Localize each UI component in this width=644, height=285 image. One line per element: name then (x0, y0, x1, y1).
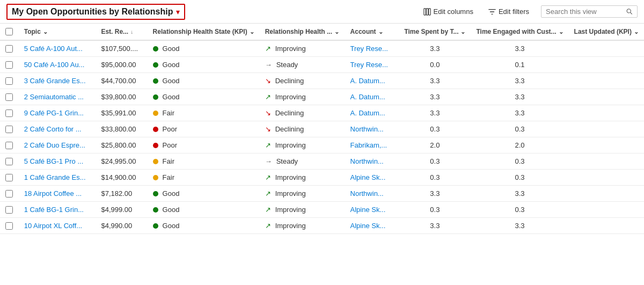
account-link[interactable]: Northwin... (350, 125, 384, 133)
account-link[interactable]: A. Datum... (350, 109, 385, 117)
th-health-state-filter-icon: ⌄ (250, 28, 254, 35)
row-health-state: Fair (148, 154, 260, 170)
row-last-updated (569, 186, 644, 202)
row-last-updated (569, 57, 644, 73)
topic-link[interactable]: 5 Café BG-1 Pro ... (24, 157, 84, 165)
page-title: My Open Opportunities by Relationship (12, 7, 173, 17)
account-link[interactable]: Northwin... (350, 189, 384, 198)
row-est: $33,800.00 (96, 121, 147, 137)
table-row: 18 Airpot Coffee ... $7,182.00 Good ↗ Im… (0, 186, 644, 202)
th-account[interactable]: Account ⌄ (345, 24, 399, 40)
row-time-engaged: 3.3 (471, 89, 568, 105)
th-topic[interactable]: Topic ⌄ (19, 24, 96, 40)
topic-link[interactable]: 9 Café PG-1 Grin... (24, 109, 84, 117)
row-last-updated (569, 105, 644, 121)
row-checkbox[interactable] (5, 126, 13, 133)
row-time-engaged: 3.3 (471, 218, 568, 234)
row-est: $25,800.00 (96, 137, 147, 154)
health-state-label: Good (163, 77, 180, 85)
row-checkbox[interactable] (5, 206, 13, 214)
topic-link[interactable]: 2 Semiautomatic ... (24, 93, 84, 101)
row-health: ↗ Improving (260, 170, 345, 186)
svg-rect-2 (428, 8, 430, 14)
row-health-state: Good (148, 89, 260, 105)
row-checkbox[interactable] (5, 77, 13, 85)
health-state-dot (153, 223, 158, 229)
th-time-engaged[interactable]: Time Engaged with Cust... ⌄ (471, 24, 568, 40)
trend-icon: ↘ (265, 125, 271, 133)
edit-columns-button[interactable]: Edit columns (420, 5, 477, 18)
opportunities-table: Topic ⌄ Est. Re... ↓ Relationship Health… (0, 24, 644, 234)
account-link[interactable]: Northwin... (350, 157, 384, 165)
th-time-spent[interactable]: Time Spent by T... ⌄ (399, 24, 471, 40)
row-checkbox[interactable] (5, 174, 13, 181)
edit-filters-button[interactable]: Edit filters (485, 5, 532, 18)
health-state-dot (153, 46, 158, 52)
th-last-updated[interactable]: Last Updated (KPI) ⌄ (569, 24, 644, 40)
topic-link[interactable]: 3 Café Grande Es... (24, 77, 86, 85)
trend-icon: ↘ (265, 109, 271, 117)
row-checkbox[interactable] (5, 109, 13, 117)
account-link[interactable]: Trey Rese... (350, 45, 388, 53)
account-link[interactable]: Alpine Sk... (350, 222, 386, 230)
search-input[interactable] (546, 8, 623, 16)
row-est: $14,900.00 (96, 170, 147, 186)
health-label: Improving (275, 189, 306, 198)
th-est-label: Est. Re... (101, 28, 128, 35)
topic-link[interactable]: 18 Airpot Coffee ... (24, 189, 82, 198)
account-link[interactable]: Trey Rese... (350, 61, 388, 69)
topic-link[interactable]: 1 Café Grande Es... (24, 173, 86, 181)
row-est: $7,182.00 (96, 186, 147, 202)
row-checkbox[interactable] (5, 142, 13, 149)
row-checkbox[interactable] (5, 61, 13, 69)
th-time-engaged-label: Time Engaged with Cust... (476, 28, 556, 35)
health-state-label: Good (163, 93, 180, 101)
health-label: Improving (275, 45, 306, 53)
row-check-cell (0, 89, 19, 105)
health-state-dot (153, 207, 158, 213)
row-health-state: Fair (148, 170, 260, 186)
trend-icon: ↗ (265, 45, 271, 53)
th-health-filter-icon: ⌄ (334, 28, 339, 35)
account-link[interactable]: Alpine Sk... (350, 173, 386, 181)
topic-link[interactable]: 50 Café A-100 Au... (24, 61, 85, 69)
account-link[interactable]: A. Datum... (350, 77, 385, 85)
table-row: 3 Café Grande Es... $44,700.00 Good ↘ De… (0, 73, 644, 89)
th-est[interactable]: Est. Re... ↓ (96, 24, 147, 40)
table-row: 2 Café Duo Espre... $25,800.00 Poor ↗ Im… (0, 137, 644, 154)
topic-link[interactable]: 1 Café BG-1 Grin... (24, 206, 84, 214)
row-checkbox[interactable] (5, 93, 13, 101)
row-account: Northwin... (345, 121, 399, 137)
search-box[interactable] (541, 5, 638, 18)
th-health-label: Relationship Health ... (265, 28, 332, 35)
row-account: A. Datum... (345, 73, 399, 89)
th-health-state[interactable]: Relationship Health State (KPI) ⌄ (148, 24, 260, 40)
select-all-checkbox[interactable] (5, 28, 13, 35)
row-health-state: Poor (148, 121, 260, 137)
account-link[interactable]: Alpine Sk... (350, 206, 386, 214)
topic-link[interactable]: 2 Café Duo Espre... (24, 141, 85, 149)
health-state-label: Fair (163, 173, 174, 181)
table-row: 10 Airpot XL Coff... $4,990.00 Good ↗ Im… (0, 218, 644, 234)
search-icon (626, 8, 633, 15)
row-health: ↗ Improving (260, 137, 345, 154)
row-checkbox[interactable] (5, 158, 13, 165)
account-link[interactable]: A. Datum... (350, 93, 385, 101)
th-health[interactable]: Relationship Health ... ⌄ (260, 24, 345, 40)
header: My Open Opportunities by Relationship ▾ … (0, 0, 644, 24)
th-time-spent-filter-icon: ⌄ (460, 28, 465, 35)
topic-link[interactable]: 5 Café A-100 Aut... (24, 45, 83, 53)
account-link[interactable]: Fabrikam,... (350, 141, 387, 149)
row-health-state: Good (148, 186, 260, 202)
row-topic: 2 Café Corto for ... (19, 121, 96, 137)
health-state-label: Good (163, 206, 180, 214)
filter-icon (488, 8, 496, 16)
row-checkbox[interactable] (5, 190, 13, 198)
row-checkbox[interactable] (5, 222, 13, 230)
row-checkbox[interactable] (5, 45, 13, 53)
health-state-dot (153, 94, 158, 100)
topic-link[interactable]: 2 Café Corto for ... (24, 125, 82, 133)
topic-link[interactable]: 10 Airpot XL Coff... (24, 222, 82, 230)
title-chevron-icon[interactable]: ▾ (176, 8, 180, 16)
row-last-updated (569, 218, 644, 234)
